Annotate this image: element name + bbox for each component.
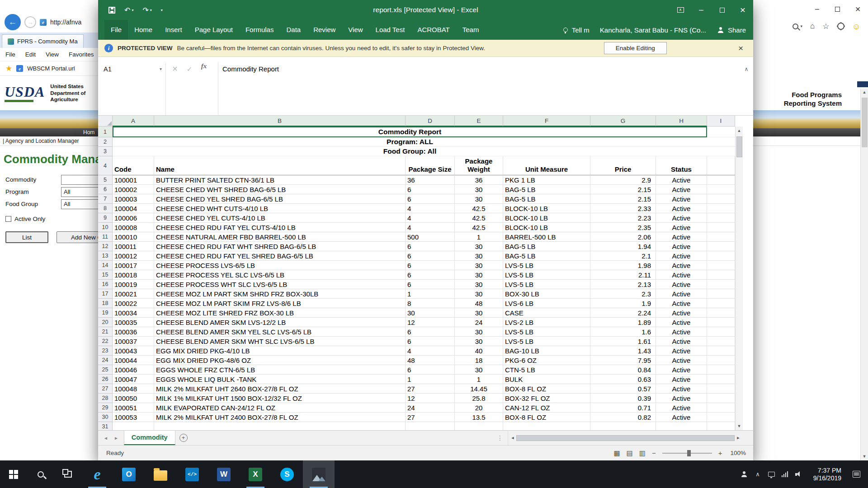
- scroll-down-icon[interactable]: ▼: [737, 422, 741, 430]
- cell[interactable]: Active: [656, 213, 707, 223]
- cell[interactable]: Active: [656, 185, 707, 194]
- cell[interactable]: 100001: [113, 175, 154, 185]
- cell[interactable]: Active: [656, 232, 707, 242]
- cell[interactable]: LVS-5 LB: [503, 270, 590, 280]
- cell[interactable]: 2.1: [590, 251, 656, 261]
- cell[interactable]: EGGS WHOLE FRZ CTN-6/5 LB: [154, 365, 406, 375]
- row-header-11[interactable]: 11: [98, 232, 113, 242]
- cell[interactable]: Active: [656, 327, 707, 337]
- cell[interactable]: [707, 356, 735, 365]
- cell[interactable]: [455, 422, 503, 430]
- cell[interactable]: 1.89: [590, 318, 656, 327]
- row-header-21[interactable]: 21: [98, 327, 113, 337]
- home-icon[interactable]: ⌂: [810, 22, 815, 31]
- cell[interactable]: 1: [406, 289, 455, 299]
- ribbon-display-options-button[interactable]: ∧: [670, 0, 691, 20]
- cell[interactable]: 100004: [113, 204, 154, 213]
- cell[interactable]: CHEESE PROCESS YEL SLC LVS-6/5 LB: [154, 270, 406, 280]
- cell[interactable]: 0.71: [590, 403, 656, 413]
- row-header-30[interactable]: 30: [98, 413, 113, 422]
- cell[interactable]: [707, 251, 735, 261]
- insert-function-icon[interactable]: fx: [197, 62, 211, 70]
- redo-dropdown-caret-icon[interactable]: ▾: [150, 8, 152, 12]
- column-header-I[interactable]: I: [707, 116, 735, 127]
- cell[interactable]: [707, 422, 735, 430]
- row-header-4[interactable]: 4: [98, 156, 113, 175]
- cell[interactable]: CHEESE MOZ LITE SHRED FRZ BOX-30 LB: [154, 308, 406, 318]
- cell[interactable]: CHEESE CHED RDU FAT WHT SHRED BAG-6/5 LB: [154, 242, 406, 251]
- cell[interactable]: 100046: [113, 365, 154, 375]
- cell[interactable]: [707, 413, 735, 422]
- cell[interactable]: 30: [455, 270, 503, 280]
- cell[interactable]: 30: [455, 337, 503, 346]
- cell[interactable]: 0.63: [590, 375, 656, 384]
- cell[interactable]: Active: [656, 337, 707, 346]
- cell[interactable]: Active: [656, 318, 707, 327]
- scrollbar-thumb[interactable]: [862, 98, 868, 147]
- merged-title-cell-row-3[interactable]: Food Group: All: [113, 147, 735, 156]
- volume-tray-button[interactable]: [792, 460, 805, 488]
- cell[interactable]: 30: [455, 194, 503, 204]
- cell[interactable]: 36: [455, 175, 503, 185]
- excel-maximize-button[interactable]: [712, 0, 732, 20]
- people-tray-button[interactable]: [737, 460, 751, 488]
- address-bar[interactable]: http://afnva: [50, 19, 81, 26]
- cell[interactable]: CHEESE BLEND AMER SKM LVS-12/2 LB: [154, 318, 406, 327]
- cell[interactable]: 1: [455, 375, 503, 384]
- cell[interactable]: 40: [455, 346, 503, 356]
- task-view-button[interactable]: [54, 460, 81, 488]
- cell[interactable]: Active: [656, 194, 707, 204]
- cell[interactable]: [707, 270, 735, 280]
- cell[interactable]: MILK 2% MILKFAT UHT 2640 BOX-27/8 FL OZ: [154, 384, 406, 394]
- cell[interactable]: BUTTER PRINT SALTED CTN-36/1 LB: [154, 175, 406, 185]
- cell[interactable]: 6: [406, 194, 455, 204]
- zoom-out-icon[interactable]: −: [652, 449, 656, 457]
- cell[interactable]: [707, 280, 735, 289]
- cell[interactable]: CASE: [503, 308, 590, 318]
- row-header-15[interactable]: 15: [98, 270, 113, 280]
- sheet-prev-icon[interactable]: ◄: [104, 436, 108, 441]
- start-button[interactable]: [0, 460, 27, 488]
- row-header-8[interactable]: 8: [98, 204, 113, 213]
- cell[interactable]: 100012: [113, 251, 154, 261]
- ribbon-tab-data[interactable]: Data: [280, 20, 307, 40]
- search-dropdown-caret-icon[interactable]: ▾: [801, 24, 803, 28]
- taskbar-app-internet-explorer[interactable]: e: [81, 460, 113, 488]
- formula-bar-collapse-icon[interactable]: ∧: [740, 62, 753, 115]
- cell[interactable]: LVS-5 LB: [503, 327, 590, 337]
- header-cell[interactable]: Status: [656, 156, 707, 175]
- browser-close-button[interactable]: ×: [848, 0, 868, 18]
- cell[interactable]: 6: [406, 365, 455, 375]
- cell[interactable]: EGGS WHOLE LIQ BULK -TANK: [154, 375, 406, 384]
- cell[interactable]: [707, 394, 735, 403]
- cell[interactable]: [707, 156, 735, 175]
- cell[interactable]: 6: [406, 251, 455, 261]
- redo-button[interactable]: ↷▾: [138, 3, 156, 17]
- column-header-B[interactable]: B: [154, 116, 406, 127]
- row-header-25[interactable]: 25: [98, 365, 113, 375]
- save-button[interactable]: [104, 3, 119, 17]
- cell[interactable]: EGG MIX DRIED PKG-4/10 LB: [154, 346, 406, 356]
- row-header-20[interactable]: 20: [98, 318, 113, 327]
- cell[interactable]: 1: [406, 375, 455, 384]
- cell[interactable]: CHEESE CHED RDU FAT YEL SHRED BAG-6/5 LB: [154, 251, 406, 261]
- row-header-13[interactable]: 13: [98, 251, 113, 261]
- worksheet-vertical-scrollbar[interactable]: ▲ ▼: [735, 127, 743, 430]
- cell[interactable]: BARREL-500 LB: [503, 232, 590, 242]
- cell[interactable]: 4: [406, 223, 455, 232]
- cell[interactable]: [707, 403, 735, 413]
- customize-qat-button[interactable]: ▾: [157, 3, 167, 17]
- taskbar-clock[interactable]: 7:37 PM 9/16/2019: [805, 467, 847, 482]
- cell[interactable]: 6: [406, 327, 455, 337]
- zoom-slider[interactable]: [662, 453, 712, 454]
- account-name[interactable]: Kancharla, Sarat Babu - FNS (Co...: [600, 26, 706, 34]
- row-header-29[interactable]: 29: [98, 403, 113, 413]
- cell[interactable]: [707, 384, 735, 394]
- cell[interactable]: [707, 327, 735, 337]
- ribbon-tab-file[interactable]: File: [104, 20, 128, 40]
- sheet-next-icon[interactable]: ►: [114, 436, 118, 441]
- cell[interactable]: BAG-5 LB: [503, 194, 590, 204]
- cell[interactable]: [406, 422, 455, 430]
- browser-forward-button[interactable]: →: [24, 16, 36, 28]
- cell[interactable]: 2.11: [590, 270, 656, 280]
